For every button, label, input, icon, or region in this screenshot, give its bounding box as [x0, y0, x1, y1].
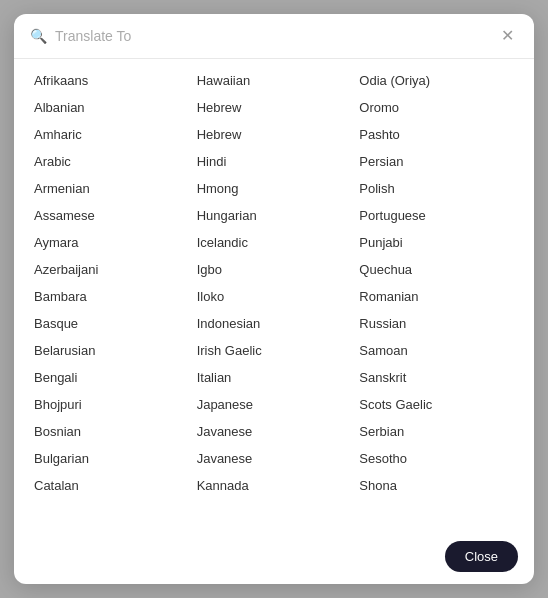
language-item[interactable]: Odia (Oriya): [355, 67, 518, 94]
language-item[interactable]: Irish Gaelic: [193, 337, 356, 364]
language-item[interactable]: Pashto: [355, 121, 518, 148]
language-grid: AfrikaansHawaiianOdia (Oriya)AlbanianHeb…: [30, 67, 518, 499]
language-item[interactable]: Javanese: [193, 418, 356, 445]
language-item[interactable]: Arabic: [30, 148, 193, 175]
search-bar: 🔍 ✕: [14, 14, 534, 59]
language-item[interactable]: Basque: [30, 310, 193, 337]
language-item[interactable]: Javanese: [193, 445, 356, 472]
language-item[interactable]: Romanian: [355, 283, 518, 310]
language-item[interactable]: Bhojpuri: [30, 391, 193, 418]
language-item[interactable]: Hungarian: [193, 202, 356, 229]
language-item[interactable]: Azerbaijani: [30, 256, 193, 283]
language-item[interactable]: Hindi: [193, 148, 356, 175]
language-item[interactable]: Persian: [355, 148, 518, 175]
modal-footer: Close: [14, 533, 534, 584]
language-item[interactable]: Icelandic: [193, 229, 356, 256]
language-item[interactable]: Hawaiian: [193, 67, 356, 94]
language-item[interactable]: Iloko: [193, 283, 356, 310]
language-item[interactable]: Albanian: [30, 94, 193, 121]
language-item[interactable]: Aymara: [30, 229, 193, 256]
language-item[interactable]: Japanese: [193, 391, 356, 418]
language-item[interactable]: Bengali: [30, 364, 193, 391]
language-item[interactable]: Sesotho: [355, 445, 518, 472]
language-item[interactable]: Sanskrit: [355, 364, 518, 391]
language-item[interactable]: Catalan: [30, 472, 193, 499]
language-item[interactable]: Indonesian: [193, 310, 356, 337]
close-button[interactable]: Close: [445, 541, 518, 572]
language-item[interactable]: Hebrew: [193, 121, 356, 148]
language-item[interactable]: Serbian: [355, 418, 518, 445]
language-item[interactable]: Shona: [355, 472, 518, 499]
language-item[interactable]: Polish: [355, 175, 518, 202]
language-item[interactable]: Russian: [355, 310, 518, 337]
search-icon: 🔍: [30, 28, 47, 44]
clear-search-button[interactable]: ✕: [497, 26, 518, 46]
language-item[interactable]: Assamese: [30, 202, 193, 229]
language-item[interactable]: Igbo: [193, 256, 356, 283]
language-item[interactable]: Scots Gaelic: [355, 391, 518, 418]
language-item[interactable]: Italian: [193, 364, 356, 391]
language-item[interactable]: Punjabi: [355, 229, 518, 256]
language-item[interactable]: Afrikaans: [30, 67, 193, 94]
search-input[interactable]: [55, 28, 489, 44]
language-item[interactable]: Bulgarian: [30, 445, 193, 472]
language-item[interactable]: Quechua: [355, 256, 518, 283]
language-item[interactable]: Hmong: [193, 175, 356, 202]
language-list: AfrikaansHawaiianOdia (Oriya)AlbanianHeb…: [14, 59, 534, 533]
modal-overlay: 🔍 ✕ AfrikaansHawaiianOdia (Oriya)Albania…: [0, 0, 548, 598]
language-item[interactable]: Bosnian: [30, 418, 193, 445]
language-item[interactable]: Oromo: [355, 94, 518, 121]
language-item[interactable]: Belarusian: [30, 337, 193, 364]
language-item[interactable]: Armenian: [30, 175, 193, 202]
language-item[interactable]: Bambara: [30, 283, 193, 310]
translate-modal: 🔍 ✕ AfrikaansHawaiianOdia (Oriya)Albania…: [14, 14, 534, 584]
language-item[interactable]: Kannada: [193, 472, 356, 499]
language-item[interactable]: Hebrew: [193, 94, 356, 121]
language-item[interactable]: Amharic: [30, 121, 193, 148]
language-item[interactable]: Samoan: [355, 337, 518, 364]
language-item[interactable]: Portuguese: [355, 202, 518, 229]
